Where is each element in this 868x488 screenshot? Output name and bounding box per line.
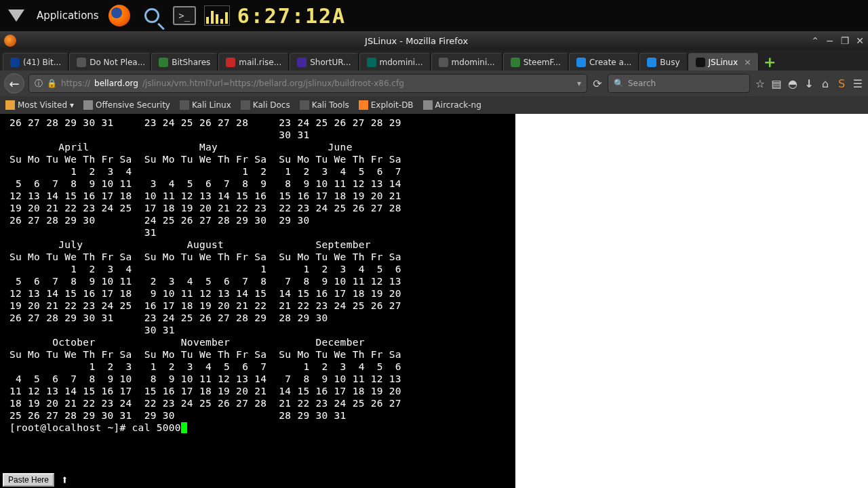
minimize-button[interactable]: −: [826, 35, 834, 46]
tab-label: Do Not Plea...: [90, 58, 145, 67]
url-bar[interactable]: ⓘ 🔒 https://bellard.org/jslinux/vm.html?…: [28, 74, 587, 93]
favicon-icon: [77, 58, 86, 67]
terminal-line: 5 6 7 8 9 10 11 3 4 5 6 7 8 9 8 9 10 11 …: [9, 178, 506, 190]
tab[interactable]: ShortUR...: [290, 53, 358, 70]
terminal-line: Su Mo Tu We Th Fr Sa Su Mo Tu We Th Fr S…: [9, 348, 506, 361]
bookmark-label: Kali Docs: [253, 100, 290, 110]
terminal-line: 11 12 13 14 15 16 17 15 16 17 18 19 20 2…: [9, 385, 506, 397]
tab[interactable]: BitShares: [151, 53, 218, 70]
chevron-down-icon: ▾: [70, 100, 74, 110]
applications-label[interactable]: Applications: [37, 9, 99, 22]
favicon-icon: [696, 58, 705, 67]
tab[interactable]: SteemF...: [503, 53, 568, 70]
tab[interactable]: Busy: [639, 53, 687, 70]
bookmark-item[interactable]: Kali Docs: [241, 100, 290, 110]
bookmark-item[interactable]: Most Visited▾: [5, 100, 74, 110]
tab[interactable]: Create a...: [569, 53, 639, 70]
pocket-icon[interactable]: ◓: [787, 77, 799, 89]
magnifier-icon[interactable]: [140, 3, 164, 28]
terminal-line: 31: [9, 226, 506, 239]
terminal-line: 1 2 3 4 1 2 1 2 3 4 5 6 7: [9, 165, 506, 178]
home-icon[interactable]: ⌂: [819, 77, 831, 89]
bookmark-icon: [180, 100, 189, 110]
terminal-prompt-line: [root@localhost ~]# cal 5000: [9, 422, 181, 433]
tab[interactable]: mail.rise...: [218, 53, 289, 70]
bookmark-star-icon[interactable]: ☆: [754, 77, 766, 89]
url-host: bellard.org: [94, 79, 138, 88]
bookmark-item[interactable]: Offensive Security: [83, 100, 170, 110]
bookmark-icon: [423, 100, 433, 110]
favicon-icon: [10, 58, 20, 67]
menu-triangle-icon[interactable]: [4, 3, 28, 28]
reader-icon[interactable]: ▤: [770, 77, 783, 89]
new-tab-button[interactable]: +: [760, 54, 780, 70]
nav-toolbar: ← ⓘ 🔒 https://bellard.org/jslinux/vm.htm…: [0, 70, 868, 96]
tab[interactable]: Do Not Plea...: [69, 53, 151, 70]
search-bar[interactable]: 🔍 Search: [608, 74, 750, 93]
bookmark-label: Kali Linux: [192, 100, 231, 110]
noscript-icon[interactable]: S: [835, 77, 848, 89]
terminal-line: April May June: [9, 141, 506, 153]
menu-hamburger-icon[interactable]: ☰: [852, 77, 864, 89]
favicon-icon: [367, 58, 376, 67]
upload-icon[interactable]: ⬆: [61, 475, 68, 485]
bookmark-icon: [5, 100, 15, 110]
bookmark-icon: [241, 100, 250, 110]
page-content: 26 27 28 29 30 31 23 24 25 26 27 28 23 2…: [0, 114, 868, 488]
identity-info-icon[interactable]: ⓘ: [35, 78, 43, 89]
paste-button[interactable]: Paste Here: [3, 473, 54, 487]
keep-above-icon[interactable]: ⌃: [811, 35, 819, 46]
favicon-icon: [159, 58, 168, 67]
terminal-line: 25 26 27 28 29 30 31 29 30 28 29 30 31: [9, 409, 506, 422]
terminal-line: 1 2 3 4 1 1 2 3 4 5 6: [9, 263, 506, 275]
terminal-line: 26 27 28 29 30 31 23 24 25 26 27 28 23 2…: [9, 117, 506, 129]
terminal-line: Su Mo Tu We Th Fr Sa Su Mo Tu We Th Fr S…: [9, 251, 506, 263]
terminal-line: 26 27 28 29 30 24 25 26 27 28 29 30 29 3…: [9, 214, 506, 226]
paste-row: Paste Here⬆: [0, 472, 71, 488]
bookmark-label: Most Visited: [18, 100, 67, 110]
bookmark-label: Offensive Security: [96, 100, 170, 110]
tab-label: (41) Bit...: [23, 58, 61, 67]
tab-label: mail.rise...: [239, 58, 281, 67]
bookmark-label: Kali Tools: [312, 100, 349, 110]
downloads-icon[interactable]: ↓: [803, 77, 815, 89]
window-titlebar: JSLinux - Mozilla Firefox ⌃ − ❐ ✕: [0, 31, 868, 50]
close-tab-button[interactable]: ×: [744, 57, 751, 67]
terminal-line: 1 2 3 1 2 3 4 5 6 7 1 2 3 4 5 6: [9, 361, 506, 373]
tab[interactable]: mdomini...: [359, 53, 431, 70]
bookmark-icon: [300, 100, 309, 110]
bookmark-icon: [359, 100, 368, 110]
lock-icon: 🔒: [47, 79, 57, 88]
bookmark-label: Exploit-DB: [371, 100, 414, 110]
bookmark-item[interactable]: Kali Tools: [300, 100, 349, 110]
window-title: JSLinux - Mozilla Firefox: [22, 36, 811, 46]
tab[interactable]: mdomini...: [431, 53, 502, 70]
firefox-launcher-icon[interactable]: [107, 3, 132, 28]
search-placeholder: Search: [628, 79, 656, 88]
tab-label: Busy: [660, 58, 679, 67]
favicon-icon: [511, 58, 520, 67]
terminal-line: 12 13 14 15 16 17 18 9 10 11 12 13 14 15…: [9, 287, 506, 300]
close-window-button[interactable]: ✕: [856, 35, 864, 46]
bookmark-icon: [83, 100, 93, 110]
dropdown-icon[interactable]: ▾: [577, 79, 581, 88]
maximize-button[interactable]: ❐: [841, 35, 850, 46]
url-path: /jslinux/vm.html?url=https://bellard.org…: [142, 79, 404, 88]
tab[interactable]: JSLinux×: [688, 53, 759, 70]
back-button[interactable]: ←: [4, 73, 24, 94]
terminal-launcher-icon[interactable]: >_: [172, 3, 197, 28]
tab[interactable]: (41) Bit...: [3, 53, 68, 70]
terminal-line: 30 31: [9, 129, 506, 141]
bookmark-item[interactable]: Kali Linux: [180, 100, 231, 110]
bookmark-item[interactable]: Exploit-DB: [359, 100, 414, 110]
tab-label: SteemF...: [524, 58, 561, 67]
terminal-line: 19 20 21 22 23 24 25 17 18 19 20 21 22 2…: [9, 202, 506, 214]
reload-button[interactable]: ⟳: [591, 77, 604, 89]
equalizer-icon[interactable]: [205, 3, 229, 28]
tab-label: JSLinux: [709, 58, 738, 67]
terminal-line: 5 6 7 8 9 10 11 2 3 4 5 6 7 8 7 8 9 10 1…: [9, 275, 506, 287]
tab-label: ShortUR...: [310, 58, 351, 67]
terminal-output[interactable]: 26 27 28 29 30 31 23 24 25 26 27 28 23 2…: [0, 114, 515, 488]
bookmark-item[interactable]: Aircrack-ng: [423, 100, 481, 110]
favicon-icon: [576, 58, 586, 67]
